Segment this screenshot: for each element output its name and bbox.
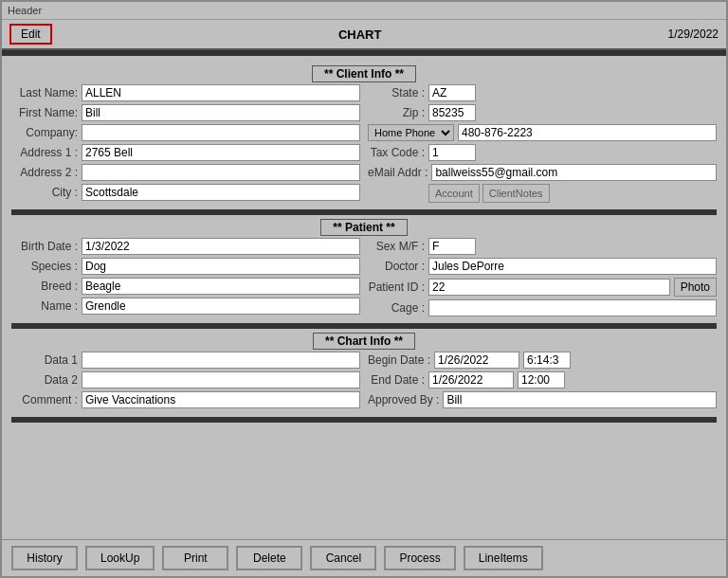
lineitems-button[interactable]: LineItems bbox=[464, 546, 543, 570]
birth-date-row: Birth Date : bbox=[11, 238, 360, 255]
phone-input[interactable] bbox=[458, 124, 717, 141]
last-name-input[interactable] bbox=[82, 84, 360, 101]
last-name-row: Last Name: bbox=[11, 84, 360, 101]
company-input[interactable] bbox=[82, 124, 360, 141]
city-label: City : bbox=[11, 186, 78, 199]
zip-label: Zip : bbox=[368, 106, 425, 119]
client-notes-button[interactable]: ClientNotes bbox=[482, 184, 550, 203]
account-button[interactable]: Account bbox=[428, 184, 480, 203]
city-input[interactable] bbox=[82, 184, 360, 201]
account-row: Account ClientNotes bbox=[368, 184, 717, 203]
data1-input[interactable] bbox=[82, 352, 360, 369]
birth-date-input[interactable] bbox=[82, 238, 360, 255]
client-right-col: State : Zip : Home Phone Cell Phone Work… bbox=[368, 84, 717, 206]
end-time-input[interactable] bbox=[518, 371, 565, 388]
photo-button[interactable]: Photo bbox=[674, 278, 717, 297]
approved-input[interactable] bbox=[443, 391, 717, 408]
cage-label: Cage : bbox=[368, 301, 425, 315]
species-row: Species : bbox=[11, 258, 360, 275]
begin-date-row: Begin Date : bbox=[368, 352, 717, 369]
client-left-col: Last Name: First Name: Company: Address … bbox=[11, 84, 360, 206]
account-spacer bbox=[368, 187, 425, 200]
sex-label: Sex M/F : bbox=[368, 240, 425, 253]
doctor-input[interactable] bbox=[428, 258, 717, 275]
birth-date-label: Birth Date : bbox=[11, 240, 78, 253]
email-label: eMail Addr : bbox=[368, 166, 428, 179]
email-input[interactable] bbox=[431, 164, 717, 181]
address1-row: Address 1 : bbox=[11, 144, 360, 161]
chart-right-col: Begin Date : End Date : Approved By : bbox=[368, 352, 717, 411]
sex-input[interactable] bbox=[428, 238, 476, 255]
last-name-label: Last Name: bbox=[11, 86, 78, 99]
lookup-button[interactable]: LookUp bbox=[85, 546, 155, 570]
species-label: Species : bbox=[11, 260, 78, 273]
email-row: eMail Addr : bbox=[368, 164, 717, 181]
data2-input[interactable] bbox=[82, 371, 360, 388]
patient-left-col: Birth Date : Species : Breed : Name : bbox=[11, 238, 360, 319]
species-input[interactable] bbox=[82, 258, 360, 275]
cage-input[interactable] bbox=[428, 299, 717, 316]
toolbar: Edit CHART 1/29/2022 bbox=[2, 20, 726, 50]
approved-label: Approved By : bbox=[368, 393, 439, 406]
phone-row: Home Phone Cell Phone Work Phone bbox=[368, 124, 717, 141]
breed-input[interactable] bbox=[82, 278, 360, 295]
tax-code-row: Tax Code : bbox=[368, 144, 717, 161]
patient-right-col: Sex M/F : Doctor : Patient ID : Photo Ca… bbox=[368, 238, 717, 319]
state-row: State : bbox=[368, 84, 717, 101]
client-form: Last Name: First Name: Company: Address … bbox=[11, 84, 717, 206]
first-name-input[interactable] bbox=[82, 104, 360, 121]
patient-form: Birth Date : Species : Breed : Name : bbox=[11, 238, 717, 319]
company-row: Company: bbox=[11, 124, 360, 141]
edit-button[interactable]: Edit bbox=[9, 24, 52, 45]
chart-left-col: Data 1 Data 2 Comment : bbox=[11, 352, 360, 411]
approved-row: Approved By : bbox=[368, 391, 717, 408]
name-row: Name : bbox=[11, 298, 360, 315]
state-input[interactable] bbox=[428, 84, 476, 101]
doctor-label: Doctor : bbox=[368, 260, 425, 273]
account-buttons: Account ClientNotes bbox=[428, 184, 550, 203]
zip-row: Zip : bbox=[368, 104, 717, 121]
patient-id-input[interactable] bbox=[428, 279, 670, 296]
phone-type-select[interactable]: Home Phone Cell Phone Work Phone bbox=[368, 124, 454, 141]
data1-row: Data 1 bbox=[11, 352, 360, 369]
chart-label: CHART bbox=[52, 27, 668, 42]
breed-label: Breed : bbox=[11, 280, 78, 293]
footer-bar: History LookUp Print Delete Cancel Proce… bbox=[2, 539, 726, 576]
process-button[interactable]: Process bbox=[384, 546, 455, 570]
patient-section-header: ** Patient ** bbox=[11, 221, 717, 234]
breed-row: Breed : bbox=[11, 278, 360, 295]
comment-row: Comment : bbox=[11, 391, 360, 408]
comment-input[interactable] bbox=[82, 391, 360, 408]
begin-date-input[interactable] bbox=[434, 352, 519, 369]
patient-dark-bar bbox=[11, 323, 717, 329]
address2-label: Address 2 : bbox=[11, 166, 78, 179]
end-date-input[interactable] bbox=[428, 371, 514, 388]
cage-row: Cage : bbox=[368, 299, 717, 316]
main-window: Header Edit CHART 1/29/2022 ** Client In… bbox=[0, 0, 728, 578]
data2-row: Data 2 bbox=[11, 371, 360, 388]
chart-form: Data 1 Data 2 Comment : Begin Date : bbox=[11, 352, 717, 411]
cancel-button[interactable]: Cancel bbox=[310, 546, 376, 570]
address2-row: Address 2 : bbox=[11, 164, 360, 181]
company-label: Company: bbox=[11, 126, 78, 139]
client-dark-bar bbox=[11, 209, 717, 215]
end-date-label: End Date : bbox=[368, 373, 425, 387]
patient-id-row: Patient ID : Photo bbox=[368, 278, 717, 297]
delete-button[interactable]: Delete bbox=[236, 546, 302, 570]
begin-time-input[interactable] bbox=[523, 352, 571, 369]
address2-input[interactable] bbox=[82, 164, 360, 181]
patient-id-label: Patient ID : bbox=[368, 280, 425, 294]
print-button[interactable]: Print bbox=[162, 546, 228, 570]
chart-section-header: ** Chart Info ** bbox=[11, 334, 717, 348]
history-button[interactable]: History bbox=[11, 546, 78, 570]
window-title: Header bbox=[8, 5, 42, 16]
name-input[interactable] bbox=[82, 298, 360, 315]
client-section-header: ** Client Info ** bbox=[11, 67, 717, 81]
tax-code-input[interactable] bbox=[428, 144, 476, 161]
first-name-row: First Name: bbox=[11, 104, 360, 121]
address1-input[interactable] bbox=[82, 144, 360, 161]
data1-label: Data 1 bbox=[11, 353, 78, 367]
data2-label: Data 2 bbox=[11, 373, 78, 387]
zip-input[interactable] bbox=[428, 104, 476, 121]
title-bar: Header bbox=[2, 2, 726, 20]
